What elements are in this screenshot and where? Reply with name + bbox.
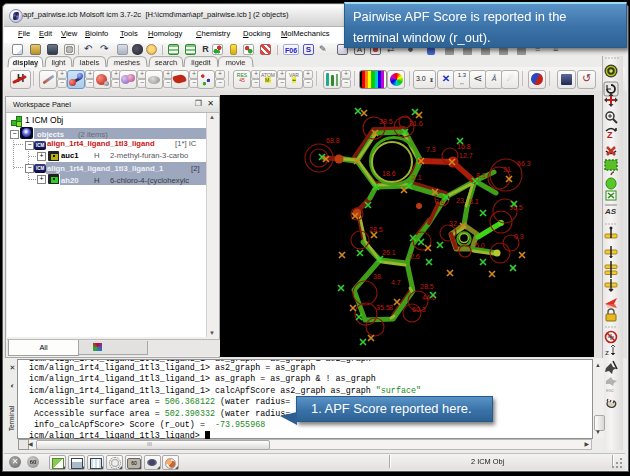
svg-text:31.6: 31.6 <box>409 120 423 127</box>
svg-text:16.8: 16.8 <box>457 143 471 150</box>
svg-text:7.3: 7.3 <box>426 146 436 153</box>
svg-text:38.: 38. <box>373 273 383 280</box>
svg-text:38.5: 38.5 <box>379 118 393 125</box>
svg-text:2.1: 2.1 <box>412 174 422 181</box>
svg-text:8.1: 8.1 <box>469 198 479 205</box>
svg-text:66.3: 66.3 <box>517 160 531 167</box>
svg-text:z: z <box>605 348 609 357</box>
svg-text:0.3: 0.3 <box>514 233 524 240</box>
svg-text:28.5: 28.5 <box>420 283 434 290</box>
svg-text:60.3: 60.3 <box>412 306 426 313</box>
svg-text:4.7: 4.7 <box>391 279 401 286</box>
svg-text:31.: 31. <box>503 166 513 173</box>
svg-text:32.: 32. <box>449 220 459 227</box>
svg-text:Z: Z <box>607 130 613 140</box>
svg-text:18.6: 18.6 <box>382 170 396 177</box>
svg-text:2.6: 2.6 <box>410 253 420 260</box>
svg-text:esc: esc <box>606 387 614 393</box>
svg-text:35.5: 35.5 <box>376 304 390 311</box>
svg-text:26.1: 26.1 <box>382 249 396 256</box>
svg-text:12.7: 12.7 <box>459 152 473 159</box>
svg-text:AS: AS <box>604 207 617 216</box>
svg-text:5.0: 5.0 <box>475 242 485 249</box>
svg-text:23.: 23. <box>456 197 466 204</box>
svg-text:8: 8 <box>389 304 393 311</box>
svg-text:68.8: 68.8 <box>326 137 340 144</box>
